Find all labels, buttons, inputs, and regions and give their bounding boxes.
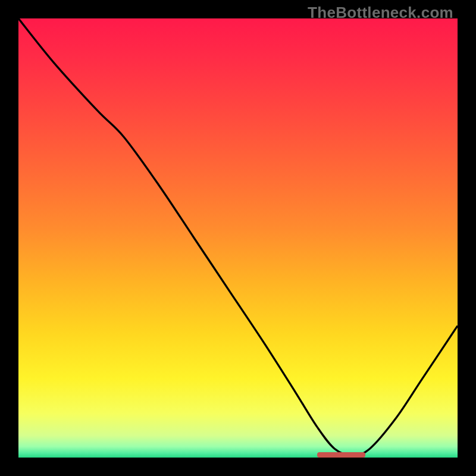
plot-area	[18, 18, 458, 458]
chart-frame: TheBottleneck.com	[0, 0, 476, 476]
bottleneck-curve	[18, 18, 458, 458]
curve-path	[18, 18, 458, 455]
optimum-marker	[317, 452, 365, 458]
